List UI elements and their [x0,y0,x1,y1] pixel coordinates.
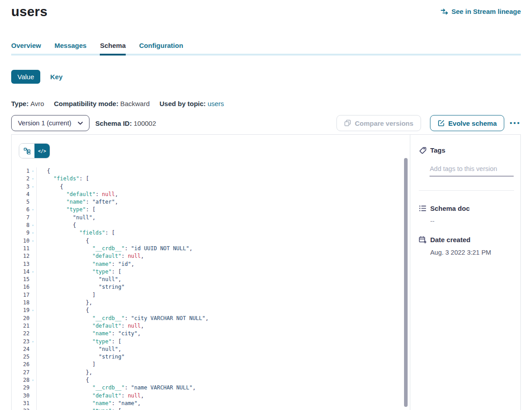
code-text: { [37,222,76,229]
code-line: 19▾ { [12,307,410,314]
line-number: 15 [12,276,30,283]
schema-meta-row: Type:Avro Compatibility mode:Backward Us… [11,100,521,107]
fold-toggle-icon[interactable]: ▾ [30,307,37,314]
line-number: 25 [12,353,30,361]
line-number: 31 [12,400,30,407]
fold-toggle-icon[interactable]: ▾ [30,229,37,237]
line-number: 28 [12,376,30,384]
code-line: 2▾ "fields": [ [12,175,410,183]
code-text: { [37,183,63,191]
code-line: 11 "__crdb__": "id UUID NOT NULL", [12,245,410,252]
date-created-title: Date created [430,236,470,243]
doc-list-icon [419,205,426,212]
stream-lineage-link[interactable]: See in Stream lineage [441,8,521,15]
fold-toggle-icon[interactable]: ▾ [30,268,37,276]
code-text: "fields": [ [37,175,89,183]
schema-id: Schema ID:100002 [95,120,156,127]
fold-gutter [30,353,37,361]
schema-sidebar: Tags Schema doc -- [410,135,520,410]
code-line: 17 ] [12,291,410,299]
code-line: 6▾ "type": [ [12,206,410,214]
tab-messages[interactable]: Messages [55,42,87,54]
schema-editor: </> 1▾{2▾ "fields": [3▾ {4 "default": nu… [12,135,410,410]
fold-toggle-icon[interactable]: ▾ [30,338,37,346]
code-line: 25 "string" [12,353,410,361]
fold-toggle-icon[interactable]: ▾ [30,376,37,384]
schema-panel: </> 1▾{2▾ "fields": [3▾ {4 "default": nu… [11,134,521,410]
code-line: 22 "name": "city", [12,330,410,337]
code-text: "__crdb__": "id UUID NOT NULL", [37,245,192,252]
code-text: { [37,167,50,175]
scrollbar-thumb[interactable] [404,158,408,407]
code-line: 12 "default": null, [12,252,410,260]
fold-toggle-icon[interactable]: ▾ [30,183,37,191]
more-options-button[interactable]: ••• [510,115,521,131]
key-tab-button[interactable]: Key [50,73,63,81]
fold-gutter [30,369,37,376]
code-line: 21 "default": null, [12,322,410,330]
value-tab-button[interactable]: Value [11,70,40,84]
line-number: 18 [12,299,30,307]
fold-gutter [30,322,37,330]
tab-configuration[interactable]: Configuration [139,42,183,54]
fold-gutter [30,276,37,283]
fold-gutter [30,291,37,299]
stream-lineage-icon [441,9,448,15]
line-number: 24 [12,346,30,353]
line-number: 6 [12,206,30,214]
fold-gutter [30,361,37,368]
tab-bar: OverviewMessagesSchemaConfiguration [11,42,521,54]
tree-view-button[interactable] [19,144,34,158]
version-select[interactable]: Version 1 (current) [11,115,89,131]
line-number: 9 [12,229,30,237]
code-line: 27 }, [12,369,410,376]
code-text: "name": "city", [37,330,141,337]
line-number: 19 [12,307,30,314]
code-text: }, [37,299,92,307]
line-number: 8 [12,222,30,229]
line-number: 12 [12,252,30,260]
fold-toggle-icon[interactable]: ▾ [30,237,37,245]
code-text: { [37,237,89,245]
date-created-value: Aug. 3 2022 3:21 PM [430,249,514,256]
tags-input[interactable] [430,164,514,176]
line-number: 3 [12,183,30,191]
schema-code-block: 1▾{2▾ "fields": [3▾ {4 "default": null,5… [12,167,410,410]
used-by-topic: Used by topic:users [160,100,224,107]
code-line: 23▾ "type": [ [12,338,410,346]
evolve-schema-button[interactable]: Evolve schema [430,115,504,131]
edit-icon [438,120,445,127]
fold-gutter [30,252,37,260]
tab-schema[interactable]: Schema [100,42,126,54]
fold-toggle-icon[interactable]: ▾ [30,167,37,175]
fold-gutter [30,214,37,222]
version-select-value: Version 1 (current) [18,120,71,127]
schema-doc-value: -- [430,218,514,225]
code-line: 16 "string" [12,283,410,291]
code-view-icon: </> [38,149,46,154]
tab-overview[interactable]: Overview [11,42,41,54]
code-text: "null", [37,276,121,283]
fold-toggle-icon[interactable]: ▾ [30,222,37,229]
stream-lineage-label: See in Stream lineage [451,8,521,15]
line-number: 7 [12,214,30,222]
code-text: "null", [37,346,121,353]
line-number: 22 [12,330,30,337]
compare-versions-button[interactable]: Compare versions [336,115,421,131]
code-line: 15 "null", [12,276,410,283]
code-view-button[interactable]: </> [34,144,50,158]
code-text: { [37,307,89,314]
code-line: 30 "default": null, [12,392,410,400]
sidebar-divider [419,190,514,191]
code-text: "string" [37,283,124,291]
line-number: 20 [12,315,30,322]
code-line: 26 ] [12,361,410,368]
date-created-section: Date created Aug. 3 2022 3:21 PM [419,236,514,256]
code-text: "name": "id", [37,261,134,268]
topic-link[interactable]: users [208,100,224,107]
code-line: 9▾ "fields": [ [12,229,410,237]
fold-toggle-icon[interactable]: ▾ [30,175,37,183]
fold-toggle-icon[interactable]: ▾ [30,407,37,410]
fold-toggle-icon[interactable]: ▾ [30,206,37,214]
code-line: 5 "name": "after", [12,198,410,206]
